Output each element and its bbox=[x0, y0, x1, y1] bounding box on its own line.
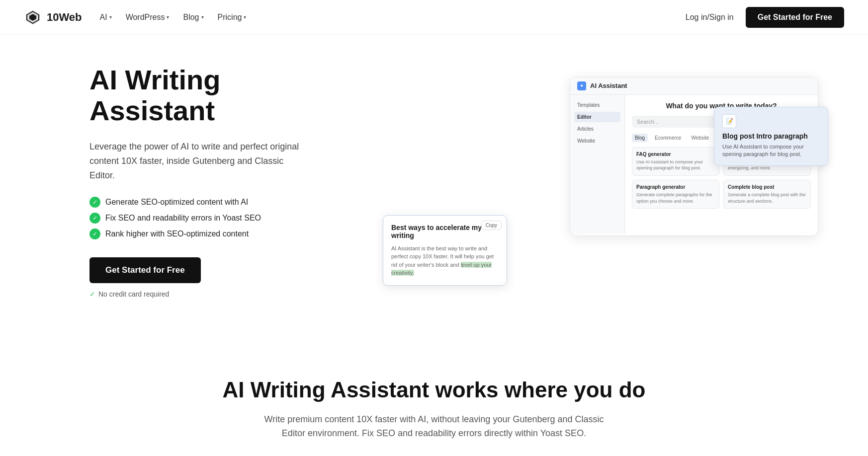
ai-card-4: Complete blog post Generate a complete b… bbox=[723, 180, 811, 209]
navbar: 10Web AI ▾ WordPress ▾ Blog ▾ Pricing ▾ … bbox=[0, 0, 868, 35]
blog-post-floating-card: 📝 Blog post Intro paragraph Use AI Assis… bbox=[714, 107, 828, 166]
sidebar-website[interactable]: Website bbox=[574, 136, 620, 146]
hero-description: Leverage the power of AI to write and pe… bbox=[89, 140, 303, 182]
logo-icon bbox=[24, 8, 42, 26]
chevron-down-icon: ▾ bbox=[201, 14, 204, 20]
check-icon-1: ✓ bbox=[89, 197, 100, 208]
ai-panel-topbar: ✦ AI Assistant bbox=[570, 77, 818, 95]
sidebar-articles[interactable]: Articles bbox=[574, 124, 620, 134]
works-section: AI Writing Assistant works where you do … bbox=[0, 338, 868, 456]
hero-cta-wrapper: Get Started for Free bbox=[89, 257, 348, 290]
copy-button[interactable]: Copy bbox=[481, 221, 502, 230]
navbar-right: Log in/Sign in Get Started for Free bbox=[686, 7, 844, 28]
chevron-down-icon: ▾ bbox=[109, 14, 112, 20]
ai-panel-sidebar: Templates Editor Articles Website bbox=[570, 95, 625, 234]
hero-section: AI Writing Assistant Leverage the power … bbox=[0, 35, 868, 338]
blog-card-icon: 📝 bbox=[722, 114, 736, 128]
nav-links: AI ▾ WordPress ▾ Blog ▾ Pricing ▾ bbox=[100, 13, 247, 22]
navbar-left: 10Web AI ▾ WordPress ▾ Blog ▾ Pricing ▾ bbox=[24, 8, 246, 26]
hero-image-area: ✦ AI Assistant Templates Editor Articles… bbox=[368, 77, 818, 286]
blog-card-title: Blog post Intro paragraph bbox=[722, 132, 820, 140]
feature-item-3: ✓ Rank higher with SEO-optimized content bbox=[89, 228, 348, 239]
ai-card-3: Paragraph generator Generate complete pa… bbox=[632, 180, 719, 209]
best-ways-text: AI Assistant is the best way to write an… bbox=[391, 244, 499, 277]
logo-text: 10Web bbox=[47, 11, 82, 24]
blog-card-desc: Use AI Assistant to compose your opening… bbox=[722, 143, 820, 158]
nav-item-pricing[interactable]: Pricing ▾ bbox=[218, 13, 247, 22]
feature-item-1: ✓ Generate SEO-optimized content with AI bbox=[89, 197, 348, 208]
check-icon-2: ✓ bbox=[89, 213, 100, 224]
nav-item-ai[interactable]: AI ▾ bbox=[100, 13, 112, 22]
ai-panel-title: AI Assistant bbox=[590, 82, 627, 89]
works-title: AI Writing Assistant works where you do bbox=[24, 378, 844, 402]
login-link[interactable]: Log in/Sign in bbox=[686, 13, 734, 22]
ai-panel-icon: ✦ bbox=[577, 81, 586, 90]
hero-cta-button[interactable]: Get Started for Free bbox=[89, 257, 201, 283]
no-cc-check-icon: ✓ bbox=[89, 290, 95, 298]
chevron-down-icon: ▾ bbox=[244, 14, 246, 20]
hero-title: AI Writing Assistant bbox=[89, 65, 348, 126]
tab-ecommerce[interactable]: Ecommerce bbox=[652, 134, 684, 142]
chevron-down-icon: ▾ bbox=[167, 14, 169, 20]
ai-card-1: FAQ generator Use AI Assistant to compos… bbox=[632, 147, 719, 176]
nav-cta-button[interactable]: Get Started for Free bbox=[746, 7, 844, 28]
tab-website[interactable]: Website bbox=[688, 134, 712, 142]
no-credit-card-note: ✓ No credit card required bbox=[89, 290, 348, 298]
logo-link[interactable]: 10Web bbox=[24, 8, 82, 26]
nav-item-wordpress[interactable]: WordPress ▾ bbox=[126, 13, 170, 22]
hero-content: AI Writing Assistant Leverage the power … bbox=[89, 65, 348, 298]
hero-features-list: ✓ Generate SEO-optimized content with AI… bbox=[89, 197, 348, 239]
sidebar-editor[interactable]: Editor bbox=[574, 112, 620, 122]
nav-item-blog[interactable]: Blog ▾ bbox=[183, 13, 203, 22]
check-icon-3: ✓ bbox=[89, 228, 100, 239]
works-description: Write premium content 10X faster with AI… bbox=[260, 412, 608, 441]
feature-item-2: ✓ Fix SEO and readability errors in Yoas… bbox=[89, 213, 348, 224]
sidebar-templates[interactable]: Templates bbox=[574, 100, 620, 110]
tab-blog[interactable]: Blog bbox=[632, 134, 648, 142]
best-ways-card: Copy Best ways to accelerate my writing … bbox=[383, 215, 507, 286]
